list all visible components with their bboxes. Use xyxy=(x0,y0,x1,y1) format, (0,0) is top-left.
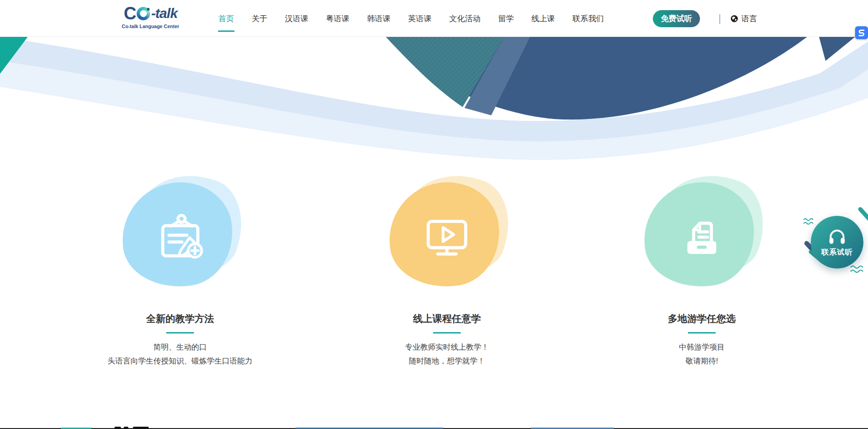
next-section-heading-top xyxy=(115,427,121,429)
nav-item-online-course[interactable]: 线上课 xyxy=(531,0,555,37)
logo-o-icon xyxy=(137,7,150,20)
blob-graphic xyxy=(115,174,245,292)
nav-item-cantonese-course[interactable]: 粤语课 xyxy=(326,0,350,37)
free-trial-button[interactable]: 免费试听 xyxy=(653,10,700,27)
blob-graphic xyxy=(382,174,512,292)
feature-text: 中韩游学项目 xyxy=(600,340,803,354)
contact-trial-label: 联系试听 xyxy=(821,248,853,257)
decoration-wave-lines xyxy=(850,265,866,273)
next-section-heading-top xyxy=(133,427,149,429)
logo-subtitle: Co-talk Language Center xyxy=(114,24,187,29)
feature-card: 全新的教学方法 简明、生动的口 头语言向学生传授知识、锻炼学生口语能力 xyxy=(78,174,282,368)
feature-title: 线上课程任意学 xyxy=(345,312,549,325)
feature-text: 头语言向学生传授知识、锻炼学生口语能力 xyxy=(78,354,282,368)
logo-letter-c: C xyxy=(124,5,136,22)
language-switcher[interactable]: 语言 xyxy=(730,0,757,37)
feature-title: 全新的教学方法 xyxy=(78,312,282,325)
nav-item-contact-us[interactable]: 联系我们 xyxy=(573,0,604,37)
clipboard-edit-icon xyxy=(156,212,204,260)
nav-item-home[interactable]: 首页 xyxy=(218,0,234,37)
title-underline xyxy=(688,332,716,334)
hero-wave-graphic xyxy=(0,37,868,175)
header-divider: | xyxy=(718,12,721,24)
nav-item-korean-course[interactable]: 韩语课 xyxy=(367,0,391,37)
contact-trial-widget: 联系试听 xyxy=(802,206,868,283)
logo-wordmark: C -talk xyxy=(114,5,187,22)
headphones-icon xyxy=(827,227,847,245)
title-underline xyxy=(166,332,194,334)
language-label: 语言 xyxy=(741,13,757,24)
document-tray-icon xyxy=(678,212,726,260)
feature-text: 敬请期待! xyxy=(600,354,803,368)
feature-text: 专业教师实时线上教学！ xyxy=(345,340,549,354)
feature-card: 多地游学任您选 中韩游学项目 敬请期待! xyxy=(600,174,803,368)
feature-title: 多地游学任您选 xyxy=(600,312,803,325)
nav-item-study-abroad[interactable]: 留学 xyxy=(498,0,514,37)
header: C -talk Co-talk Language Center 首页 关于 汉语… xyxy=(0,0,868,37)
blob-graphic xyxy=(637,174,766,292)
nav-item-culture-activities[interactable]: 文化活动 xyxy=(449,0,481,37)
globe-icon xyxy=(730,15,738,23)
feature-text: 简明、生动的口 xyxy=(78,340,282,354)
s-logo-icon xyxy=(856,28,867,38)
nav-item-english-course[interactable]: 英语课 xyxy=(408,0,432,37)
decoration-stick-teal xyxy=(857,206,868,224)
feature-card: 线上课程任意学 专业教师实时线上教学！ 随时随地，想学就学！ xyxy=(345,174,549,368)
browser-extension-icon[interactable] xyxy=(855,26,868,39)
decoration-wave-lines xyxy=(803,218,815,225)
logo[interactable]: C -talk Co-talk Language Center xyxy=(114,5,187,29)
feature-text: 随时随地，想学就学！ xyxy=(345,354,549,368)
video-play-icon xyxy=(423,212,471,260)
nav-item-chinese-course[interactable]: 汉语课 xyxy=(285,0,308,37)
main-nav: 首页 关于 汉语课 粤语课 韩语课 英语课 文化活动 留学 线上课 联系我们 xyxy=(218,0,604,37)
nav-item-about[interactable]: 关于 xyxy=(252,0,267,37)
title-underline xyxy=(433,332,461,334)
next-section-heading-top xyxy=(124,427,128,429)
contact-trial-button[interactable]: 联系试听 xyxy=(811,216,863,268)
page: C -talk Co-talk Language Center 首页 关于 汉语… xyxy=(0,0,868,429)
logo-talk-text: -talk xyxy=(151,6,177,20)
